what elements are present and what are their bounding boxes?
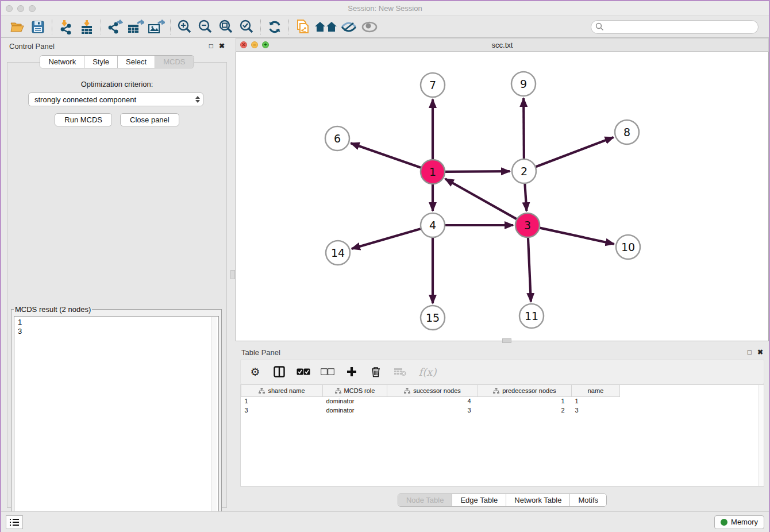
save-session-icon[interactable] [28, 18, 48, 36]
cell-name[interactable]: 3 [572, 406, 620, 415]
tab-network[interactable]: Network [40, 56, 84, 68]
add-row-icon[interactable] [344, 364, 359, 379]
cell-MCDS-role[interactable]: dominator [323, 406, 387, 415]
graph-edge-1-6[interactable] [351, 143, 421, 167]
zoom-selected-icon[interactable] [236, 18, 257, 36]
float-table-panel-icon[interactable]: □ [748, 348, 752, 356]
show-panel-icon[interactable] [359, 18, 380, 36]
graph-edge-4-14[interactable] [352, 229, 421, 249]
table-tabs: Node TableEdge TableNetwork TableMotifs [398, 494, 607, 507]
export-network-icon[interactable] [105, 18, 125, 36]
cell-shared-name[interactable]: 3 [241, 406, 323, 415]
zoom-fit-icon[interactable] [215, 18, 236, 36]
graph-edge-3-10[interactable] [540, 228, 614, 244]
mcds-result-scrollbar[interactable] [211, 317, 217, 514]
toolbar-separator [260, 20, 261, 34]
table-scrollbar[interactable] [759, 385, 764, 486]
network-window-titlebar[interactable]: ✕ − + scc.txt [236, 38, 769, 52]
graph-node-10[interactable]: 10 [616, 235, 640, 259]
svg-text:15: 15 [426, 311, 440, 324]
column-header-shared-name[interactable]: shared name [241, 385, 323, 396]
network-canvas[interactable]: 7968124314101511 [236, 52, 769, 341]
cell-successor-nodes[interactable]: 3 [387, 406, 478, 415]
float-panel-icon[interactable]: □ [209, 42, 213, 50]
graph-node-9[interactable]: 9 [511, 72, 536, 96]
graph-node-7[interactable]: 7 [421, 73, 445, 97]
search-input[interactable] [591, 20, 759, 34]
delete-table-icon[interactable] [392, 364, 407, 379]
tab-style[interactable]: Style [84, 56, 118, 68]
column-header-MCDS-role[interactable]: MCDS role [323, 385, 387, 396]
graph-node-1[interactable]: 1 [421, 160, 445, 184]
home-layout-icon[interactable] [313, 18, 338, 36]
tab-edge-table[interactable]: Edge Table [452, 494, 506, 506]
optimization-criterion-label: Optimization criterion: [7, 80, 226, 88]
svg-text:9: 9 [520, 78, 527, 90]
graph-edge-3-1[interactable] [445, 179, 517, 219]
export-image-icon[interactable] [146, 18, 167, 36]
table-settings-icon[interactable]: ⚙ [248, 364, 263, 379]
search-icon [595, 22, 604, 31]
cell-successor-nodes[interactable]: 4 [387, 396, 478, 406]
canvas-splitter-handle[interactable] [502, 338, 511, 343]
svg-text:7: 7 [429, 79, 436, 91]
column-header-predecessor-nodes[interactable]: predecessor nodes [478, 385, 572, 396]
refresh-view-icon[interactable] [264, 18, 285, 36]
tab-motifs[interactable]: Motifs [570, 494, 606, 506]
graph-edge-2-8[interactable] [536, 137, 614, 167]
hide-panel-icon[interactable] [338, 18, 359, 36]
control-panel-title: Control Panel [9, 42, 55, 51]
graph-edge-3-11[interactable] [528, 238, 531, 302]
select-all-columns-icon[interactable] [296, 364, 311, 379]
show-columns-icon[interactable] [272, 364, 287, 379]
unselect-all-columns-icon[interactable] [320, 364, 335, 379]
graph-node-4[interactable]: 4 [421, 213, 445, 237]
toolbar-separator [101, 20, 101, 34]
column-header-name[interactable]: name [572, 385, 620, 396]
svg-text:6: 6 [334, 132, 341, 145]
tab-mcds[interactable]: MCDS [155, 56, 193, 68]
tab-select[interactable]: Select [118, 56, 155, 68]
graph-node-2[interactable]: 2 [512, 159, 536, 183]
criterion-select[interactable]: strongly connected component [28, 92, 203, 106]
open-session-icon[interactable] [7, 18, 28, 36]
table-row: 1dominator411 [241, 396, 620, 406]
graph-node-6[interactable]: 6 [325, 126, 349, 151]
close-panel-button[interactable]: Close panel [120, 113, 179, 126]
network-graph[interactable]: 7968124314101511 [236, 52, 768, 340]
tab-node-table[interactable]: Node Table [398, 494, 453, 506]
task-history-button[interactable] [6, 515, 23, 529]
column-header-successor-nodes[interactable]: successor nodes [387, 385, 478, 396]
graph-node-15[interactable]: 15 [421, 306, 445, 330]
clone-network-icon[interactable] [292, 18, 313, 36]
import-network-icon[interactable] [56, 18, 76, 36]
main-toolbar [1, 16, 769, 38]
cell-predecessor-nodes[interactable]: 2 [478, 406, 572, 415]
graph-edge-2-9[interactable] [523, 98, 524, 159]
panel-splitter-handle[interactable] [230, 270, 235, 279]
cell-predecessor-nodes[interactable]: 1 [478, 396, 572, 406]
cell-name[interactable]: 1 [572, 396, 620, 406]
run-mcds-button[interactable]: Run MCDS [55, 113, 112, 126]
import-table-icon[interactable] [76, 18, 97, 36]
export-table-icon[interactable] [125, 18, 146, 36]
node-table[interactable]: shared nameMCDS rolesuccessor nodesprede… [240, 384, 764, 487]
zoom-out-icon[interactable] [195, 18, 215, 36]
zoom-in-icon[interactable] [174, 18, 195, 36]
graph-node-3[interactable]: 3 [515, 213, 540, 237]
graph-node-11[interactable]: 11 [519, 304, 544, 328]
control-panel-tabs: NetworkStyleSelectMCDS [40, 55, 194, 68]
cell-shared-name[interactable]: 1 [241, 396, 323, 406]
close-table-panel-icon[interactable]: ✖ [757, 348, 763, 356]
tab-network-table[interactable]: Network Table [506, 494, 570, 506]
function-builder-icon[interactable]: f(x) [417, 364, 438, 379]
delete-row-icon[interactable] [368, 364, 383, 379]
cell-MCDS-role[interactable]: dominator [323, 396, 387, 406]
memory-button[interactable]: Memory [714, 515, 764, 529]
graph-node-8[interactable]: 8 [615, 120, 639, 144]
graph-node-14[interactable]: 14 [326, 241, 350, 265]
graph-edge-1-2[interactable] [445, 171, 510, 172]
close-panel-icon[interactable]: ✖ [219, 42, 225, 50]
mcds-result-list[interactable]: 1 3 [14, 316, 219, 515]
graph-edge-2-3[interactable] [525, 184, 526, 211]
